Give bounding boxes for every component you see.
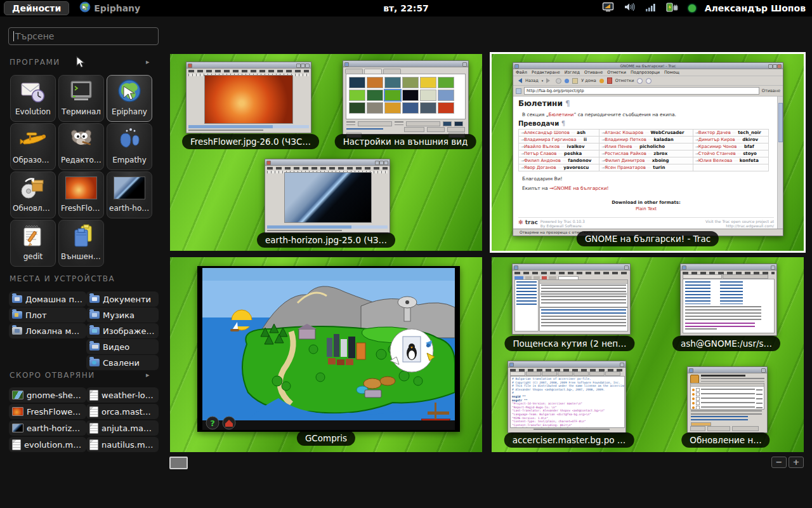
window-label-gimp-freshflower[interactable]: FreshFlower.jpg-26.0 (ЧЗС…	[182, 134, 319, 149]
recent-expand-icon[interactable]: ▸	[146, 371, 150, 379]
history-icon[interactable]	[599, 79, 604, 83]
add-workspace-button[interactable]: +	[789, 457, 804, 468]
display-icon[interactable]	[602, 2, 615, 15]
window-gedit[interactable]: # Bulgarian translation of accerciser po…	[508, 361, 626, 433]
place-item-music[interactable]: Музика	[86, 307, 159, 323]
updater-links[interactable]	[691, 416, 748, 420]
app-tile-gedit[interactable]: gedit	[10, 220, 56, 267]
go-button[interactable]: Отиване	[762, 88, 780, 93]
page-vscrollbar[interactable]	[777, 97, 783, 229]
activities-button[interactable]: Дейности	[4, 1, 69, 15]
place-item-downloads[interactable]: Свалени	[86, 355, 159, 370]
app-tile-evolution[interactable]: Evolution	[10, 75, 56, 122]
place-item-desktop[interactable]: Плот	[9, 307, 86, 323]
gimp-canvas-flower	[204, 75, 293, 124]
updates-icon	[690, 375, 699, 384]
recent-item[interactable]: gnome-shel…	[9, 387, 86, 403]
place-item-network[interactable]: Локална мр…	[9, 323, 86, 338]
user-menu[interactable]: Александър Шопов	[705, 3, 806, 13]
window-evolution-mail[interactable]	[512, 264, 631, 335]
epiphany-icon	[107, 76, 152, 107]
battery-icon[interactable]	[665, 2, 679, 15]
gcompris-scene: ?	[202, 268, 455, 430]
app-tile-freshflower[interactable]: FreshFlow…	[58, 171, 104, 218]
focused-app-indicator[interactable]: Epiphany	[79, 1, 140, 15]
evolution-message-list[interactable]	[539, 279, 628, 307]
evolution-folder-tree[interactable]	[514, 279, 539, 331]
network-icon[interactable]	[645, 3, 657, 15]
recent-item[interactable]: weather-loc…	[86, 387, 159, 403]
app-tile-appearance[interactable]: Външен в…	[58, 220, 104, 267]
place-item-documents[interactable]: Документи	[86, 291, 159, 307]
recent-item[interactable]: evolution.m…	[9, 437, 86, 452]
window-label-gcompris[interactable]: GCompris	[297, 431, 355, 446]
search-input[interactable]: Търсене	[8, 27, 159, 45]
place-label: Документи	[103, 295, 151, 304]
window-gcompris[interactable]: ?	[197, 266, 460, 432]
recent-item[interactable]: earth-horizo…	[9, 420, 86, 436]
forward-icon[interactable]	[546, 78, 553, 83]
programs-expand-icon[interactable]: ▸	[146, 58, 150, 66]
window-label-updater[interactable]: Обновление н…	[681, 432, 769, 448]
remove-workspace-button[interactable]: −	[771, 457, 787, 468]
browser-menubar[interactable]: ФайлРедактиранеИзглед ОтиванеОтметкиПодп…	[513, 69, 783, 76]
app-tile-terminal[interactable]: Терминал	[58, 75, 104, 122]
place-item-videos[interactable]: Видео	[86, 339, 159, 354]
wallpaper-grid[interactable]	[346, 74, 466, 119]
app-tile-updates[interactable]: Обновле…	[10, 171, 56, 218]
window-terminal[interactable]	[680, 264, 777, 336]
appearance-buttons[interactable]	[346, 127, 465, 131]
clock[interactable]: вт, 22:57	[383, 3, 429, 13]
zoom-out-icon[interactable]	[646, 78, 652, 84]
app-tile-earthhorizon[interactable]: earth-hori…	[107, 171, 152, 218]
app-tile-epiphany[interactable]: Epiphany	[107, 75, 152, 122]
window-label-evolution[interactable]: Пощенска кутия (2 неп…	[504, 336, 634, 351]
home-icon[interactable]	[572, 78, 578, 84]
window-label-gedit[interactable]: accerciser.master.bg.po …	[504, 432, 634, 448]
appearance-tabs[interactable]	[343, 67, 468, 74]
workspace-indicator[interactable]	[169, 457, 188, 469]
reload-icon[interactable]	[565, 79, 569, 83]
url-input[interactable]: http://fsa-bg.org/project/gtp	[524, 87, 759, 95]
place-item-pictures[interactable]: Изображен…	[86, 323, 159, 338]
window-gimp-freshflower[interactable]	[186, 62, 311, 133]
volume-icon[interactable]	[624, 2, 636, 15]
thanks-text: Благодарим Ви!	[522, 176, 774, 182]
zoom-in-icon[interactable]	[637, 78, 643, 84]
app-tile-gimp[interactable]: Редактор …	[58, 123, 104, 170]
presence-status-icon[interactable]	[688, 4, 696, 12]
window-software-updater[interactable]	[687, 366, 768, 433]
recent-item[interactable]: FreshFlower…	[9, 404, 86, 419]
window-gimp-earthhorizon[interactable]	[265, 159, 390, 234]
window-label-gimp-earthhorizon[interactable]: earth-horizon.jpg-25.0 (ЧЗ…	[257, 232, 395, 248]
bookmarks-icon[interactable]	[607, 77, 612, 84]
selected-message-row[interactable]	[540, 293, 627, 295]
place-item-home[interactable]: Домашна п…	[9, 291, 86, 307]
recent-item[interactable]: nautilus.mas…	[86, 437, 159, 452]
window-titlebar	[681, 264, 776, 271]
gedit-text-area[interactable]: # Bulgarian translation of accerciser po…	[510, 376, 625, 428]
recent-item[interactable]: orca.master.…	[86, 404, 159, 419]
wallpaper-style-controls[interactable]	[346, 121, 465, 125]
terminal-tabs[interactable]	[683, 274, 768, 279]
site-favicon	[516, 88, 521, 94]
download-heading: Download in other formats:	[518, 200, 774, 205]
updates-list[interactable]	[690, 383, 764, 410]
browser-toolbar[interactable]: Назад▾ У дома Отметки	[513, 76, 783, 86]
app-tile-gcompris[interactable]: Образов…	[10, 123, 56, 170]
window-epiphany-trac[interactable]: GNOME на български! - Trac ФайлРедактира…	[513, 62, 783, 236]
back-icon[interactable]	[516, 78, 522, 83]
window-appearance-prefs[interactable]	[343, 60, 469, 135]
stop-icon[interactable]	[556, 78, 561, 84]
gimp-hscrollbar[interactable]	[188, 125, 309, 128]
recent-item[interactable]: anjuta.mast…	[86, 420, 159, 436]
updater-buttons[interactable]	[690, 426, 759, 431]
app-tile-empathy[interactable]: Empathy	[107, 123, 152, 170]
gedit-tabs[interactable]	[510, 371, 620, 376]
gimp-hscrollbar[interactable]	[267, 225, 388, 229]
window-label-appearance[interactable]: Настройки на външния вид	[335, 134, 476, 149]
search-placeholder: Търсене	[15, 31, 54, 41]
window-label-trac[interactable]: GNOME на български! - Trac	[577, 231, 719, 246]
window-label-terminal[interactable]: ash@GNOME:/usr/s…	[672, 336, 780, 351]
plain-text-link[interactable]: Plain Text	[518, 206, 774, 211]
